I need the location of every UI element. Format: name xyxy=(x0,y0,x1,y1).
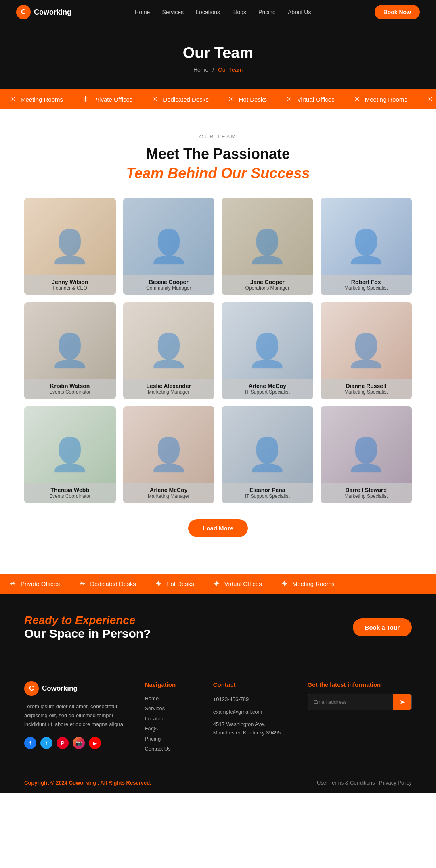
footer-nav-pricing[interactable]: Pricing xyxy=(145,736,197,742)
team-member-role-theresa: Events Coordinator xyxy=(30,493,110,499)
team-card-jane[interactable]: 👤 Jane Cooper Operations Manager xyxy=(222,198,313,295)
team-card-jenny[interactable]: 👤 Jenny Wilson Founder & CEO xyxy=(24,198,116,295)
youtube-icon[interactable]: ▶ xyxy=(89,737,101,749)
load-more-button[interactable]: Load More xyxy=(188,519,248,537)
copyright-text: Copyright © 2024 Coworking . All Rights … xyxy=(24,780,151,786)
nav-about[interactable]: About Us xyxy=(288,9,311,15)
book-now-button[interactable]: Book Now xyxy=(375,5,420,19)
person-silhouette-theresa: 👤 xyxy=(50,436,90,474)
load-more-wrap: Load More xyxy=(24,519,412,537)
breadcrumb-home[interactable]: Home xyxy=(193,67,208,73)
footer-nav-contact[interactable]: Contact Us xyxy=(145,746,197,752)
footer-contact-title: Contact xyxy=(213,681,291,688)
team-member-name-bessie: Bessie Cooper xyxy=(129,279,209,285)
team-member-role-darrell: Marketing Specialist xyxy=(326,493,407,499)
team-card-bessie[interactable]: 👤 Bessie Cooper Community Manager xyxy=(123,198,215,295)
team-member-role-arlene2: Marketing Manager xyxy=(129,493,209,499)
team-grid: 👤 Jenny Wilson Founder & CEO 👤 Bessie Co… xyxy=(24,198,412,503)
logo-icon: C xyxy=(16,5,31,19)
footer-description: Lorem ipsum dolor sit amet, consectetur … xyxy=(24,702,128,729)
footer-bottom: Copyright © 2024 Coworking . All Rights … xyxy=(0,772,436,793)
team-card-overlay-jenny: Jenny Wilson Founder & CEO xyxy=(24,275,116,295)
newsletter-input[interactable] xyxy=(308,694,393,710)
footer-nav-faqs[interactable]: FAQs xyxy=(145,726,197,732)
footer-nav-services[interactable]: Services xyxy=(145,705,197,712)
ticker-item-7: ✳ Private Offices xyxy=(417,95,436,104)
team-section-label: OUR TEAM xyxy=(24,134,412,140)
hero-section: Our Team Home / Our Team xyxy=(0,24,436,89)
newsletter-label: Get the latest information xyxy=(308,681,412,688)
newsletter-submit-button[interactable]: ➤ xyxy=(393,694,411,710)
ticker-item-2: ✳ Private Offices xyxy=(73,95,142,104)
bottom-ticker: ✳ Private Offices ✳ Dedicated Desks ✳ Ho… xyxy=(0,574,436,594)
team-card-arlene2[interactable]: 👤 Arlene McCoy Marketing Manager xyxy=(123,406,215,503)
team-card-overlay-eleanor: Eleanor Pena IT Support Specialist xyxy=(222,483,313,503)
person-silhouette-robert: 👤 xyxy=(346,227,386,265)
nav-locations[interactable]: Locations xyxy=(196,9,220,15)
team-member-name-jenny: Jenny Wilson xyxy=(30,279,110,285)
team-card-overlay-theresa: Theresa Webb Events Coordinator xyxy=(24,483,116,503)
team-member-name-theresa: Theresa Webb xyxy=(30,487,110,493)
footer-nav-col: Navigation Home Services Location FAQs P… xyxy=(145,681,197,756)
person-silhouette-arlene2: 👤 xyxy=(149,436,189,474)
bottom-ticker-item-3: ✳ Hot Desks xyxy=(146,579,204,588)
team-member-name-robert: Robert Fox xyxy=(326,279,407,285)
team-card-arlene1[interactable]: 👤 Arlene McCoy IT Support Specialist xyxy=(222,302,313,399)
ticker-star-1: ✳ xyxy=(10,95,16,104)
team-card-robert[interactable]: 👤 Robert Fox Marketing Specialist xyxy=(321,198,412,295)
team-card-overlay-leslie: Leslie Alexander Marketing Manager xyxy=(123,379,215,399)
team-card-darrell[interactable]: 👤 Darrell Steward Marketing Specialist xyxy=(321,406,412,503)
breadcrumb-separator: / xyxy=(212,67,214,73)
team-member-role-bessie: Community Manager xyxy=(129,285,209,291)
ticker-star-4: ✳ xyxy=(228,95,234,104)
team-member-role-leslie: Marketing Manager xyxy=(129,389,209,395)
team-member-role-jane: Operations Manager xyxy=(227,285,308,291)
top-ticker: ✳ Meeting Rooms ✳ Private Offices ✳ Dedi… xyxy=(0,89,436,109)
bottom-ticker-item-5: ✳ Meeting Rooms xyxy=(272,579,344,588)
team-card-leslie[interactable]: 👤 Leslie Alexander Marketing Manager xyxy=(123,302,215,399)
nav-services[interactable]: Services xyxy=(162,9,184,15)
footer-logo-text: Coworking xyxy=(42,684,78,693)
nav-pricing[interactable]: Pricing xyxy=(258,9,276,15)
footer-logo-icon: C xyxy=(24,681,39,696)
instagram-icon[interactable]: 📷 xyxy=(73,737,85,749)
ticker-inner: ✳ Meeting Rooms ✳ Private Offices ✳ Dedi… xyxy=(0,95,436,104)
footer-legal-links[interactable]: User Terms & Conditions | Privacy Policy xyxy=(317,780,412,786)
team-card-theresa[interactable]: 👤 Theresa Webb Events Coordinator xyxy=(24,406,116,503)
pinterest-icon[interactable]: P xyxy=(57,737,69,749)
page-title: Our Team xyxy=(0,44,436,62)
team-member-name-dianne: Dianne Russell xyxy=(326,383,407,389)
footer-nav-home[interactable]: Home xyxy=(145,695,197,701)
footer-nav-location[interactable]: Location xyxy=(145,716,197,722)
twitter-icon[interactable]: t xyxy=(40,737,52,749)
team-member-name-leslie: Leslie Alexander xyxy=(129,383,209,389)
team-card-dianne[interactable]: 👤 Dianne Russell Marketing Specialist xyxy=(321,302,412,399)
social-icons: f t P 📷 ▶ xyxy=(24,737,128,749)
ticker-item-3: ✳ Dedicated Desks xyxy=(142,95,218,104)
team-card-eleanor[interactable]: 👤 Eleanor Pena IT Support Specialist xyxy=(222,406,313,503)
person-silhouette-kristin: 👤 xyxy=(50,332,90,369)
team-member-name-kristin: Kristin Watson xyxy=(30,383,110,389)
logo[interactable]: C Coworking xyxy=(16,5,71,19)
nav-blogs[interactable]: Blogs xyxy=(232,9,246,15)
footer-about: C Coworking Lorem ipsum dolor sit amet, … xyxy=(24,681,128,756)
cta-text: Ready to Experience Our Space in Person? xyxy=(24,614,151,641)
book-tour-button[interactable]: Book a Tour xyxy=(353,618,412,636)
team-member-role-dianne: Marketing Specialist xyxy=(326,389,407,395)
nav-home[interactable]: Home xyxy=(135,9,150,15)
person-silhouette-darrell: 👤 xyxy=(346,436,386,474)
team-section-title: Meet The Passionate xyxy=(24,145,412,163)
person-silhouette-arlene1: 👤 xyxy=(247,332,287,369)
breadcrumb-current: Our Team xyxy=(218,67,243,73)
person-silhouette-dianne: 👤 xyxy=(346,332,386,369)
team-member-name-arlene1: Arlene McCoy xyxy=(227,383,308,389)
footer-grid: C Coworking Lorem ipsum dolor sit amet, … xyxy=(24,681,412,772)
team-section-subtitle: Team Behind Our Success xyxy=(24,165,412,182)
team-card-kristin[interactable]: 👤 Kristin Watson Events Coordinator xyxy=(24,302,116,399)
team-card-overlay-jane: Jane Cooper Operations Manager xyxy=(222,275,313,295)
footer-brand: Coworking xyxy=(69,780,96,786)
team-member-role-eleanor: IT Support Specialist xyxy=(227,493,308,499)
facebook-icon[interactable]: f xyxy=(24,737,36,749)
team-card-overlay-kristin: Kristin Watson Events Coordinator xyxy=(24,379,116,399)
bottom-ticker-item-2: ✳ Dedicated Desks xyxy=(69,579,145,588)
